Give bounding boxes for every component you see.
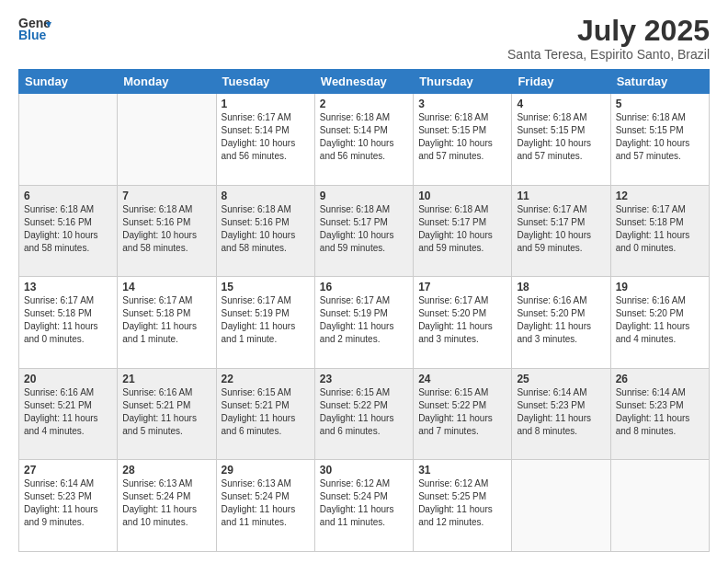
day-info: Sunrise: 6:18 AMSunset: 5:15 PMDaylight:… — [418, 111, 506, 163]
day-number: 6 — [24, 190, 112, 202]
day-number: 7 — [122, 190, 210, 202]
logo: General Blue — [18, 15, 51, 42]
table-row: 1Sunrise: 6:17 AMSunset: 5:14 PMDaylight… — [216, 94, 314, 186]
table-row: 7Sunrise: 6:18 AMSunset: 5:16 PMDaylight… — [118, 185, 216, 277]
calendar-row: 1Sunrise: 6:17 AMSunset: 5:14 PMDaylight… — [19, 94, 710, 186]
location-subtitle: Santa Teresa, Espirito Santo, Brazil — [507, 47, 710, 62]
day-info: Sunrise: 6:17 AMSunset: 5:20 PMDaylight:… — [418, 294, 506, 346]
day-info: Sunrise: 6:18 AMSunset: 5:17 PMDaylight:… — [418, 203, 506, 255]
day-number: 30 — [320, 464, 408, 477]
table-row: 22Sunrise: 6:15 AMSunset: 5:21 PMDayligh… — [216, 368, 314, 460]
day-number: 17 — [418, 281, 506, 293]
table-row: 20Sunrise: 6:16 AMSunset: 5:21 PMDayligh… — [19, 368, 118, 460]
day-info: Sunrise: 6:18 AMSunset: 5:16 PMDaylight:… — [222, 203, 310, 255]
day-number: 11 — [517, 190, 605, 202]
day-number: 5 — [616, 98, 704, 110]
table-row: 25Sunrise: 6:14 AMSunset: 5:23 PMDayligh… — [512, 368, 610, 460]
table-row: 17Sunrise: 6:17 AMSunset: 5:20 PMDayligh… — [414, 277, 512, 369]
table-row: 23Sunrise: 6:15 AMSunset: 5:22 PMDayligh… — [314, 368, 413, 460]
day-info: Sunrise: 6:16 AMSunset: 5:20 PMDaylight:… — [616, 294, 704, 346]
day-number: 15 — [222, 281, 310, 293]
table-row: 6Sunrise: 6:18 AMSunset: 5:16 PMDaylight… — [19, 185, 118, 277]
table-row: 12Sunrise: 6:17 AMSunset: 5:18 PMDayligh… — [610, 185, 709, 277]
title-section: July 2025 Santa Teresa, Espirito Santo, … — [507, 15, 710, 62]
day-number: 1 — [222, 98, 310, 110]
day-number: 29 — [222, 464, 310, 477]
table-row: 10Sunrise: 6:18 AMSunset: 5:17 PMDayligh… — [414, 185, 512, 277]
col-tuesday: Tuesday — [216, 70, 314, 94]
day-info: Sunrise: 6:18 AMSunset: 5:17 PMDaylight:… — [320, 203, 408, 255]
day-info: Sunrise: 6:14 AMSunset: 5:23 PMDaylight:… — [24, 477, 112, 529]
day-number: 18 — [517, 281, 605, 293]
header: General Blue July 2025 Santa Teresa, Esp… — [18, 15, 710, 62]
table-row: 11Sunrise: 6:17 AMSunset: 5:17 PMDayligh… — [512, 185, 610, 277]
day-number: 2 — [320, 98, 408, 110]
logo-icon: General Blue — [18, 15, 51, 42]
day-info: Sunrise: 6:12 AMSunset: 5:24 PMDaylight:… — [320, 477, 408, 529]
day-info: Sunrise: 6:16 AMSunset: 5:21 PMDaylight:… — [122, 386, 210, 438]
day-info: Sunrise: 6:15 AMSunset: 5:22 PMDaylight:… — [320, 386, 408, 438]
day-info: Sunrise: 6:18 AMSunset: 5:16 PMDaylight:… — [24, 203, 112, 255]
day-number: 4 — [517, 98, 605, 110]
table-row: 2Sunrise: 6:18 AMSunset: 5:14 PMDaylight… — [314, 94, 413, 186]
table-row: 14Sunrise: 6:17 AMSunset: 5:18 PMDayligh… — [118, 277, 216, 369]
day-number: 12 — [616, 190, 704, 202]
day-number: 28 — [122, 464, 210, 477]
day-number: 22 — [222, 373, 310, 385]
day-info: Sunrise: 6:18 AMSunset: 5:14 PMDaylight:… — [320, 111, 408, 163]
table-row: 5Sunrise: 6:18 AMSunset: 5:15 PMDaylight… — [610, 94, 709, 186]
day-number: 9 — [320, 190, 408, 202]
table-row: 29Sunrise: 6:13 AMSunset: 5:24 PMDayligh… — [216, 460, 314, 552]
day-info: Sunrise: 6:14 AMSunset: 5:23 PMDaylight:… — [517, 386, 605, 438]
page: General Blue July 2025 Santa Teresa, Esp… — [0, 0, 728, 563]
month-year-title: July 2025 — [507, 15, 710, 47]
day-info: Sunrise: 6:17 AMSunset: 5:18 PMDaylight:… — [616, 203, 704, 255]
day-info: Sunrise: 6:17 AMSunset: 5:18 PMDaylight:… — [122, 294, 210, 346]
day-info: Sunrise: 6:17 AMSunset: 5:19 PMDaylight:… — [222, 294, 310, 346]
day-info: Sunrise: 6:16 AMSunset: 5:20 PMDaylight:… — [517, 294, 605, 346]
calendar-row: 27Sunrise: 6:14 AMSunset: 5:23 PMDayligh… — [19, 460, 710, 552]
day-number: 27 — [24, 464, 112, 477]
day-info: Sunrise: 6:18 AMSunset: 5:16 PMDaylight:… — [122, 203, 210, 255]
day-number: 14 — [122, 281, 210, 293]
day-info: Sunrise: 6:15 AMSunset: 5:22 PMDaylight:… — [418, 386, 506, 438]
day-info: Sunrise: 6:12 AMSunset: 5:25 PMDaylight:… — [418, 477, 506, 529]
day-info: Sunrise: 6:15 AMSunset: 5:21 PMDaylight:… — [222, 386, 310, 438]
day-number: 26 — [616, 373, 704, 385]
day-info: Sunrise: 6:17 AMSunset: 5:19 PMDaylight:… — [320, 294, 408, 346]
day-number: 21 — [122, 373, 210, 385]
table-row: 16Sunrise: 6:17 AMSunset: 5:19 PMDayligh… — [314, 277, 413, 369]
table-row — [610, 460, 709, 552]
svg-text:Blue: Blue — [18, 28, 47, 42]
table-row — [19, 94, 118, 186]
table-row: 4Sunrise: 6:18 AMSunset: 5:15 PMDaylight… — [512, 94, 610, 186]
table-row: 15Sunrise: 6:17 AMSunset: 5:19 PMDayligh… — [216, 277, 314, 369]
day-info: Sunrise: 6:13 AMSunset: 5:24 PMDaylight:… — [222, 477, 310, 529]
table-row — [512, 460, 610, 552]
day-info: Sunrise: 6:13 AMSunset: 5:24 PMDaylight:… — [122, 477, 210, 529]
table-row: 26Sunrise: 6:14 AMSunset: 5:23 PMDayligh… — [610, 368, 709, 460]
table-row — [118, 94, 216, 186]
table-row: 3Sunrise: 6:18 AMSunset: 5:15 PMDaylight… — [414, 94, 512, 186]
day-number: 24 — [418, 373, 506, 385]
day-info: Sunrise: 6:17 AMSunset: 5:14 PMDaylight:… — [222, 111, 310, 163]
table-row: 30Sunrise: 6:12 AMSunset: 5:24 PMDayligh… — [314, 460, 413, 552]
day-number: 3 — [418, 98, 506, 110]
day-number: 25 — [517, 373, 605, 385]
calendar-row: 6Sunrise: 6:18 AMSunset: 5:16 PMDaylight… — [19, 185, 710, 277]
table-row: 28Sunrise: 6:13 AMSunset: 5:24 PMDayligh… — [118, 460, 216, 552]
day-number: 13 — [24, 281, 112, 293]
table-row: 18Sunrise: 6:16 AMSunset: 5:20 PMDayligh… — [512, 277, 610, 369]
table-row: 8Sunrise: 6:18 AMSunset: 5:16 PMDaylight… — [216, 185, 314, 277]
day-number: 19 — [616, 281, 704, 293]
day-info: Sunrise: 6:14 AMSunset: 5:23 PMDaylight:… — [616, 386, 704, 438]
day-number: 23 — [320, 373, 408, 385]
calendar-row: 20Sunrise: 6:16 AMSunset: 5:21 PMDayligh… — [19, 368, 710, 460]
table-row: 24Sunrise: 6:15 AMSunset: 5:22 PMDayligh… — [414, 368, 512, 460]
day-number: 31 — [418, 464, 506, 477]
day-info: Sunrise: 6:17 AMSunset: 5:17 PMDaylight:… — [517, 203, 605, 255]
day-number: 16 — [320, 281, 408, 293]
day-number: 8 — [222, 190, 310, 202]
table-row: 19Sunrise: 6:16 AMSunset: 5:20 PMDayligh… — [610, 277, 709, 369]
calendar-header-row: Sunday Monday Tuesday Wednesday Thursday… — [19, 70, 710, 94]
